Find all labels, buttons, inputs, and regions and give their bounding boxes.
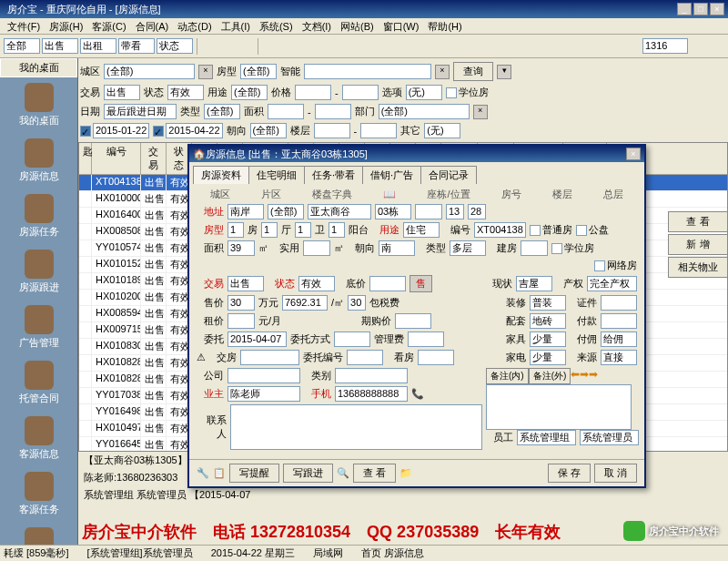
tool-icon[interactable] <box>690 38 706 55</box>
phone-icon[interactable]: 📞 <box>411 388 424 400</box>
arrow-right-icon[interactable]: ➡ <box>589 368 598 384</box>
related-button[interactable]: 相关物业 <box>668 257 728 278</box>
mode-view[interactable]: 带看 <box>118 38 155 54</box>
memo-tab-inner[interactable]: 备注(内) <box>486 368 529 384</box>
menu-item[interactable]: 系统(S) <box>256 20 297 32</box>
nav-item[interactable]: 托管合同 <box>0 355 77 411</box>
mode-sale[interactable]: 出售 <box>42 38 78 54</box>
floor-min[interactable] <box>314 123 350 138</box>
column-header[interactable]: 交易 <box>141 143 167 174</box>
nav-item[interactable]: 房源跟进 <box>0 244 77 300</box>
addr-total[interactable]: 28 <box>468 204 486 219</box>
nav-item[interactable]: 房源信息 <box>0 133 77 189</box>
menu-item[interactable]: 客源(C) <box>88 20 129 32</box>
arrow-right-icon[interactable]: ➡ <box>580 368 589 384</box>
nav-item[interactable]: 客源信息 <box>0 411 77 466</box>
close-button[interactable]: × <box>710 3 724 15</box>
add-button[interactable]: 新 增 <box>668 234 728 255</box>
view-button[interactable]: 查 看 <box>668 211 728 232</box>
addr-block[interactable]: 03栋 <box>375 204 411 219</box>
view-button[interactable]: 查 看 <box>353 464 396 483</box>
reset-icon[interactable]: × <box>198 65 213 79</box>
sel-other[interactable]: (无) <box>424 123 460 138</box>
tool-icon[interactable] <box>280 38 297 55</box>
tool-icon[interactable]: 📋 <box>213 467 226 479</box>
area-max[interactable] <box>315 104 351 119</box>
column-header[interactable]: 编号 <box>92 143 141 174</box>
chk-from[interactable]: ✓ <box>80 126 91 137</box>
remark-memo[interactable] <box>486 384 632 430</box>
nav-item[interactable]: 客源跟进 <box>0 522 77 545</box>
expand-icon[interactable]: ▾ <box>497 65 511 79</box>
addr-room[interactable] <box>415 204 442 219</box>
tool-icon[interactable] <box>238 38 254 55</box>
menu-item[interactable]: 网站(B) <box>337 20 378 32</box>
sel-facing[interactable]: (全部) <box>250 123 287 138</box>
menu-item[interactable]: 房源(H) <box>46 20 86 32</box>
menu-item[interactable]: 工具(I) <box>217 20 254 32</box>
tool-icon[interactable] <box>708 38 724 55</box>
dialog-close-button[interactable]: × <box>626 148 641 160</box>
book-icon[interactable]: 📖 <box>383 189 396 200</box>
reset-icon[interactable]: × <box>473 105 488 119</box>
sel-roomtype[interactable]: (全部) <box>240 64 277 79</box>
menu-item[interactable]: 合同(A) <box>132 20 173 32</box>
area-min[interactable] <box>268 104 304 119</box>
dialog-tab[interactable]: 住宅明细 <box>248 166 305 184</box>
menu-item[interactable]: 窗口(W) <box>379 20 423 32</box>
tool-icon[interactable]: 🔍 <box>337 467 349 479</box>
chk-school[interactable] <box>446 87 457 98</box>
column-header[interactable]: 匙 <box>79 143 92 174</box>
tool-icon[interactable]: 📁 <box>399 467 412 479</box>
sell-button[interactable]: 售 <box>410 275 432 292</box>
nav-item[interactable]: 客源任务 <box>0 466 77 522</box>
memo-tab-outer[interactable]: 备注(外) <box>529 368 571 384</box>
tool-icon[interactable] <box>201 38 217 55</box>
search-button[interactable]: 查询 <box>453 62 493 81</box>
tool-icon[interactable]: 🔧 <box>197 467 209 479</box>
addr-building[interactable]: 亚太商谷 <box>308 204 371 219</box>
smart-input[interactable] <box>304 64 431 79</box>
sel-type[interactable]: (全部) <box>204 104 240 119</box>
date-from[interactable]: 2015-01-22 <box>93 123 149 138</box>
nav-item[interactable]: 我的桌面 <box>0 77 77 133</box>
dialog-tab[interactable]: 借钥·广告 <box>362 166 421 184</box>
sel-use[interactable]: (全部) <box>231 85 268 100</box>
tool-icon[interactable] <box>262 38 278 55</box>
price-min[interactable] <box>295 85 331 100</box>
dialog-tab[interactable]: 任务·带看 <box>304 166 363 184</box>
nav-item[interactable]: 房源任务 <box>0 189 77 244</box>
addr-area[interactable]: (全部) <box>268 204 304 219</box>
reminder-button[interactable]: 写提醒 <box>229 464 279 483</box>
date-to[interactable]: 2015-04-22 <box>166 123 222 138</box>
maximize-button[interactable]: □ <box>693 3 708 15</box>
reset-icon[interactable]: × <box>435 65 450 79</box>
menu-item[interactable]: 文件(F) <box>4 20 44 32</box>
mode-all[interactable]: 全部 <box>4 38 40 54</box>
tool-icon[interactable] <box>219 38 236 55</box>
sel-option[interactable]: (无) <box>406 85 442 100</box>
sel-dept[interactable]: (全部) <box>379 104 470 119</box>
followup-button[interactable]: 写跟进 <box>283 464 333 483</box>
mode-rent[interactable]: 出租 <box>80 38 116 54</box>
minimize-button[interactable]: _ <box>677 3 692 15</box>
addr-floor[interactable]: 13 <box>446 204 464 219</box>
dialog-tab[interactable]: 房源资料 <box>193 166 249 184</box>
floor-max[interactable] <box>360 123 397 138</box>
sel-datekind[interactable]: 最后跟进日期 <box>104 104 177 119</box>
nav-header[interactable]: 我的桌面 <box>0 58 77 77</box>
contact-memo[interactable] <box>230 404 482 450</box>
sel-status[interactable]: 有效 <box>167 85 204 100</box>
dialog-tab[interactable]: 合同记录 <box>420 166 477 184</box>
arrow-left-icon[interactable]: ⬅ <box>571 368 580 384</box>
sel-region[interactable]: (全部) <box>104 64 195 79</box>
menu-item[interactable]: 帮助(H) <box>424 20 465 32</box>
cancel-button[interactable]: 取 消 <box>594 464 637 483</box>
mode-status[interactable]: 状态 <box>157 38 193 54</box>
price-max[interactable] <box>342 85 379 100</box>
nav-item[interactable]: 广告管理 <box>0 300 77 355</box>
menu-item[interactable]: 动态(D) <box>174 20 215 32</box>
sel-trade[interactable]: 出售 <box>104 85 140 100</box>
chk-to[interactable]: ✓ <box>153 126 164 137</box>
save-button[interactable]: 保 存 <box>548 464 591 483</box>
